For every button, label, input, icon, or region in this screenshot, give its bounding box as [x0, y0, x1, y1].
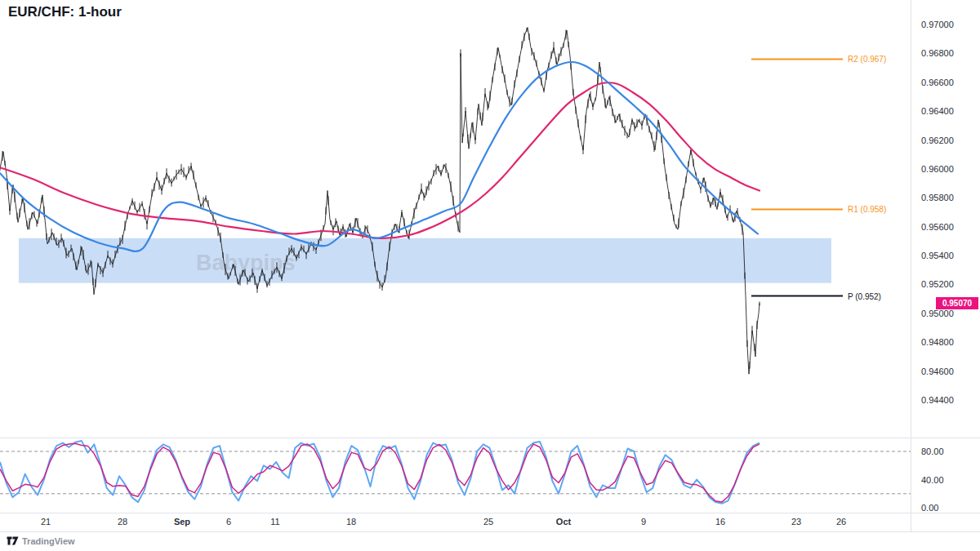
price-tick-label: 0.96000: [921, 164, 954, 174]
tradingview-logo-icon: [7, 535, 19, 546]
price-tick-label: 0.97000: [921, 20, 954, 29]
ma-slow-line: [0, 82, 760, 238]
price-tick-label: 0.96800: [921, 48, 954, 58]
time-tick-label: 23: [791, 517, 801, 527]
candlestick-series: [0, 28, 760, 369]
price-tick-label: 0.96600: [921, 78, 954, 87]
last-price-badge: 0.95070: [936, 297, 978, 309]
chart-container: Babypips EUR/CHF: 1-hour 0.970000.968000…: [0, 0, 980, 551]
time-tick-label: 16: [715, 517, 725, 527]
price-tick-label: 0.95000: [921, 309, 954, 318]
time-tick-label: 18: [346, 517, 356, 527]
time-tick-label: 28: [118, 517, 127, 527]
chart-title: EUR/CHF: 1-hour: [8, 4, 122, 20]
pivot-r2-label: R2 (0.967): [848, 55, 886, 64]
oscillator-tick-label: 0.00: [921, 503, 938, 513]
price-tick-label: 0.94800: [921, 337, 954, 347]
price-tick-label: 0.95800: [921, 193, 954, 202]
price-tick-label: 0.94400: [921, 395, 954, 405]
price-tick-label: 0.95400: [921, 251, 954, 260]
time-tick-label: Oct: [556, 517, 571, 527]
pivot-p-label: P (0.952): [848, 291, 881, 300]
time-tick-label: 11: [270, 517, 279, 527]
time-tick-label: 6: [226, 517, 231, 527]
price-tick-label: 0.96200: [921, 136, 954, 145]
time-tick-label: 9: [641, 517, 646, 527]
time-tick-label: 25: [483, 517, 493, 527]
price-line: [0, 28, 760, 375]
pivot-r1-label: R1 (0.958): [848, 205, 886, 214]
time-tick-label: 26: [836, 517, 846, 527]
support-zone: [19, 238, 831, 283]
ma-fast-line: [0, 62, 758, 251]
time-tick-label: Sep: [174, 517, 190, 527]
tradingview-logo[interactable]: TradingView: [7, 535, 75, 546]
time-tick-label: 21: [41, 517, 51, 527]
price-tick-label: 0.95200: [921, 279, 954, 289]
tradingview-logo-text: TradingView: [22, 536, 75, 546]
price-chart-svg: Babypips: [0, 0, 980, 551]
price-tick-label: 0.95600: [921, 222, 954, 232]
price-tick-label: 0.94600: [921, 367, 954, 376]
oscillator-tick-label: 80.00: [921, 447, 944, 456]
oscillator-tick-label: 40.00: [921, 475, 944, 485]
babypips-watermark: Babypips: [196, 251, 296, 275]
price-tick-label: 0.96400: [921, 106, 954, 116]
